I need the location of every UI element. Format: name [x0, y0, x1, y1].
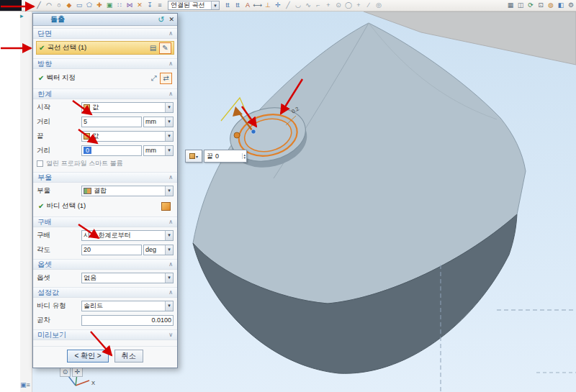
collapse-icon[interactable]: ∧	[168, 91, 173, 97]
fit-view-icon[interactable]: ⊡	[536, 1, 546, 10]
rectangle-icon[interactable]: ▭	[74, 1, 84, 10]
vector-dialog-button[interactable]: ⤢	[148, 73, 160, 84]
circle2-icon[interactable]: ⊙	[333, 1, 343, 10]
angle-input[interactable]: 20	[81, 245, 142, 255]
chevron-down-icon[interactable]: ▾	[165, 103, 173, 112]
point2-icon[interactable]: +	[323, 1, 333, 10]
orient-view-icon[interactable]: ◧	[556, 1, 566, 10]
drag-point[interactable]	[251, 129, 256, 134]
grid-icon[interactable]: ▦	[505, 1, 516, 10]
curve-select-row[interactable]: ✔ 곡선 선택 (1) ▤ ✎	[36, 41, 174, 55]
arc-icon[interactable]: ◠	[44, 1, 54, 10]
spline-icon[interactable]: ∿	[303, 1, 313, 10]
group-header-draft[interactable]: 구배 ∧	[33, 216, 177, 227]
arc2-icon[interactable]: ◡	[293, 1, 303, 10]
boolean-dropdown[interactable]: 결합 ▾	[81, 186, 174, 196]
target-icon[interactable]: ◎	[374, 1, 384, 10]
rapid-dimension-icon[interactable]: tt	[222, 1, 233, 10]
start-distance-input[interactable]: 5	[81, 117, 142, 127]
angle-unit-dropdown[interactable]: deg ▾	[143, 245, 174, 255]
refresh-icon[interactable]: ⟳	[526, 1, 536, 10]
line-icon[interactable]: ╱	[34, 1, 44, 10]
close-icon[interactable]: ✕	[168, 16, 174, 23]
open-profile-checkbox[interactable]	[37, 160, 43, 167]
ok-button[interactable]: < 확인 >	[67, 350, 108, 363]
collapse-icon[interactable]: ∨	[168, 332, 173, 338]
style-icon[interactable]: A	[243, 1, 253, 10]
pattern-curve-icon[interactable]: ∷	[114, 1, 125, 10]
curve-options-button[interactable]: ▤	[147, 42, 159, 54]
corner-icon[interactable]: ⌐	[313, 1, 323, 10]
layout-icon[interactable]: ◫	[516, 1, 526, 10]
plus-icon[interactable]: +	[354, 1, 364, 10]
circle-icon[interactable]: ○	[54, 1, 64, 10]
end-option-button[interactable]: ▾	[185, 150, 202, 163]
settings-icon[interactable]: ⚙	[566, 1, 576, 10]
collapse-icon[interactable]: ∧	[168, 174, 173, 181]
shaded-view-icon[interactable]: ◍	[546, 1, 556, 10]
reverse-direction-button[interactable]: ⇄	[160, 73, 172, 84]
group-header-offset[interactable]: 옵셋 ∧	[33, 259, 177, 270]
end-type-dropdown[interactable]: 값 ▾	[81, 131, 174, 142]
chevron-down-icon[interactable]: ▾	[165, 273, 173, 283]
origin-ball-handle[interactable]	[234, 132, 240, 138]
start-type-dropdown[interactable]: 값 ▾	[81, 102, 174, 113]
start-unit-dropdown[interactable]: mm ▾	[143, 117, 174, 127]
measure-icon[interactable]: ⟷	[253, 1, 263, 10]
mirror-curve-icon[interactable]: ⋈	[125, 1, 135, 10]
point-icon[interactable]: ✚	[94, 1, 104, 10]
chevron-down-icon[interactable]: ▾	[165, 146, 173, 155]
offset-curve-icon[interactable]: ▣	[104, 1, 114, 10]
history-icon[interactable]: ≡	[27, 381, 30, 388]
vector-row[interactable]: ✔ 벡터 지정 ⤢ ⇄	[36, 71, 174, 85]
snap-point-icon[interactable]: ⊙	[60, 367, 71, 377]
text-tool-icon[interactable]: tt	[233, 1, 243, 10]
spinner-down-icon[interactable]: ▾	[243, 156, 246, 159]
ellipse-icon[interactable]: ◯	[343, 1, 354, 10]
collapse-icon[interactable]: ∧	[168, 60, 173, 67]
roles-tab-icon[interactable]: ▸	[20, 12, 24, 19]
constraint-icon[interactable]: ⊥	[263, 1, 273, 10]
collapse-icon[interactable]: ∧	[168, 289, 173, 296]
body-select-row[interactable]: ✔ 바디 선택 (1)	[36, 199, 174, 213]
chevron-down-icon[interactable]: ▾	[165, 301, 173, 311]
group-header-limits[interactable]: 한계 ∧	[33, 88, 177, 99]
curve-rule-combobox[interactable]: 연결된 곡선 ▾	[168, 1, 220, 10]
end-unit-dropdown[interactable]: mm ▾	[143, 145, 174, 156]
group-header-boolean[interactable]: 부울 ∧	[33, 172, 177, 183]
slash-icon[interactable]: ∕	[364, 1, 374, 10]
group-header-settings[interactable]: 설정값 ∧	[33, 287, 177, 298]
wcs-icon[interactable]: ✛	[72, 367, 83, 377]
intersect-icon[interactable]: ✕	[135, 1, 145, 10]
line2-icon[interactable]: ╱	[283, 1, 293, 10]
chevron-down-icon[interactable]: ▾	[165, 245, 173, 255]
chevron-down-icon[interactable]: ▾	[211, 1, 219, 9]
derived-lines-icon[interactable]: ≡	[155, 1, 165, 10]
draft-dropdown[interactable]: 시작 한계로부터 ▾	[81, 230, 174, 241]
sketch-icon[interactable]: ▱	[24, 1, 34, 10]
project-curve-icon[interactable]: ↧	[145, 1, 155, 10]
group-header-section[interactable]: 단면 ∧	[33, 28, 177, 39]
body-select-button[interactable]	[160, 201, 172, 212]
cancel-button[interactable]: 취소	[114, 350, 143, 363]
group-header-direction[interactable]: 방향 ∧	[33, 58, 177, 69]
collapse-icon[interactable]: ∧	[168, 30, 173, 37]
chevron-down-icon[interactable]: ▾	[165, 231, 173, 240]
end-distance-input[interactable]: 0	[81, 145, 142, 156]
part-navigator-icon[interactable]: ▣	[20, 381, 27, 388]
polygon-icon[interactable]: ⬠	[84, 1, 94, 10]
offset-dropdown[interactable]: 없음 ▾	[81, 273, 174, 283]
end-distance-onscreen-field[interactable]: 끝 0 ▴ ▾	[204, 150, 247, 163]
collapse-icon[interactable]: ∧	[168, 261, 173, 268]
chevron-down-icon[interactable]: ▾	[165, 132, 173, 141]
sketch-section-button[interactable]: ✎	[159, 42, 171, 54]
dialog-titlebar[interactable]: 돌출 ↺ ✕	[33, 14, 177, 26]
body-type-dropdown[interactable]: 솔리드 ▾	[81, 301, 174, 311]
reset-icon[interactable]: ↺	[158, 15, 164, 24]
group-header-preview[interactable]: 미리보기 ∨	[33, 329, 177, 340]
chevron-down-icon[interactable]: ▾	[165, 117, 173, 127]
chevron-down-icon[interactable]: ▾	[165, 186, 173, 196]
fillet-icon[interactable]: ◆	[64, 1, 74, 10]
spinner-buttons[interactable]: ▴ ▾	[242, 153, 246, 159]
tolerance-input[interactable]: 0.0100	[81, 315, 174, 326]
